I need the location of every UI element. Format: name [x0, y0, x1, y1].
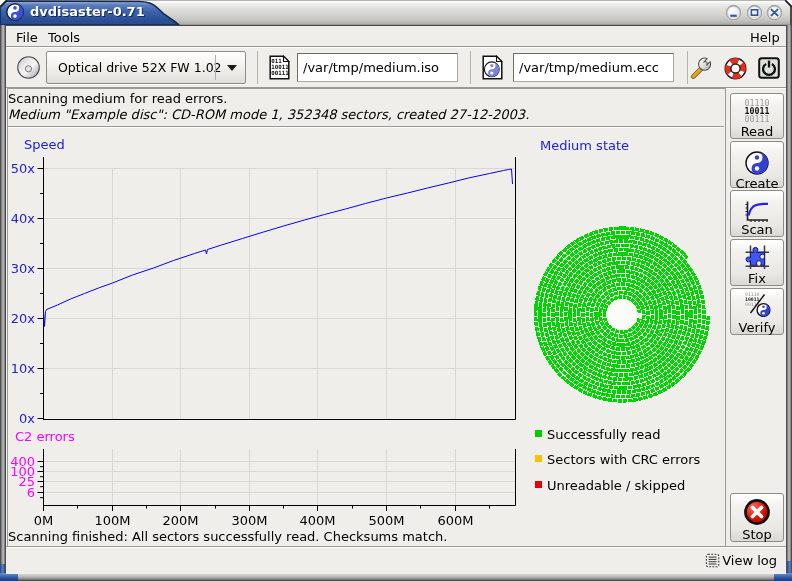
fix-label: Fix — [731, 271, 783, 286]
toolbar-separator-3 — [687, 51, 688, 84]
app-window: 0x10x20x30x40x50xSpeed400100256C2 errors… — [0, 0, 792, 581]
iso-file-icon: 0111001100111 — [269, 55, 290, 80]
stop-label: Stop — [731, 527, 783, 542]
read-button[interactable]: 011101001100111 Read — [730, 93, 784, 139]
drive-selector[interactable]: Optical drive 52X FW 1.02 — [46, 51, 246, 84]
read-label: Read — [731, 124, 783, 139]
ecc-file-value: /var/tmp/medium.ecc — [519, 60, 659, 75]
svg-text:00111: 00111 — [745, 114, 770, 124]
menu-help[interactable]: Help — [747, 29, 783, 46]
window-border-bottom — [0, 573, 792, 581]
chevron-down-icon — [227, 65, 237, 71]
resize-grip-bottom-right-h[interactable] — [774, 573, 792, 581]
verify-button[interactable]: 011101001100111 Verify — [730, 288, 784, 335]
resize-grip-bottom-left-h[interactable] — [0, 573, 18, 581]
verify-icon: 011101001100111 — [742, 291, 772, 317]
stop-icon — [743, 498, 771, 526]
image-file-value: /var/tmp/medium.iso — [303, 60, 439, 75]
minimize-button[interactable] — [726, 5, 741, 20]
window-title: dvdisaster-0.71 — [30, 4, 145, 19]
cd-icon — [17, 56, 40, 79]
scan-button[interactable]: Scan — [730, 190, 784, 237]
toolbar-separator-1 — [257, 51, 258, 84]
status-line-1: Scanning medium for read errors. — [8, 91, 227, 106]
window-border-left — [0, 25, 6, 573]
titlebar[interactable]: dvdisaster-0.71 — [0, 0, 792, 25]
image-file-field[interactable]: /var/tmp/medium.iso — [297, 53, 458, 82]
completion-message: Scanning finished: All sectors successfu… — [8, 529, 447, 544]
menu-file[interactable]: File — [13, 29, 41, 46]
drive-selector-value: Optical drive 52X FW 1.02 — [58, 60, 222, 75]
preferences-wrench-icon[interactable] — [690, 56, 713, 79]
window-corner-top-left — [0, 0, 14, 26]
ecc-file-field[interactable]: /var/tmp/medium.ecc — [513, 53, 674, 82]
status-separator — [8, 126, 724, 128]
status-line-2: Medium "Example disc": CD-ROM mode 1, 35… — [8, 107, 529, 122]
window-border-right — [786, 25, 792, 573]
create-button[interactable]: Create — [730, 141, 784, 188]
create-label: Create — [731, 176, 783, 191]
scan-label: Scan — [731, 222, 783, 237]
maximize-button[interactable] — [747, 5, 762, 20]
fix-button[interactable]: Fix — [730, 239, 784, 286]
ecc-file-icon — [482, 55, 503, 80]
toolbar: Optical drive 52X FW 1.02 0111001100111 … — [6, 48, 786, 87]
menu-tools[interactable]: Tools — [45, 29, 83, 46]
svg-text:00111: 00111 — [271, 70, 289, 76]
stop-button[interactable]: Stop — [730, 493, 784, 542]
combo-divider — [215, 55, 216, 80]
verify-label: Verify — [731, 320, 783, 335]
read-icon: 011101001100111 — [744, 99, 770, 123]
quit-power-icon[interactable] — [758, 57, 780, 79]
toolbar-separator-2 — [470, 51, 471, 84]
sidebar-separator — [725, 88, 726, 546]
main-frame — [7, 88, 726, 547]
fix-icon — [745, 245, 769, 269]
menubar: File Tools Help — [6, 25, 786, 47]
window-corner-top-right — [778, 0, 792, 26]
create-icon — [745, 151, 769, 175]
log-list-icon — [705, 553, 721, 569]
help-lifebuoy-icon[interactable] — [724, 57, 747, 80]
view-log-label: View log — [722, 553, 777, 568]
log-bar: View log — [6, 546, 786, 574]
